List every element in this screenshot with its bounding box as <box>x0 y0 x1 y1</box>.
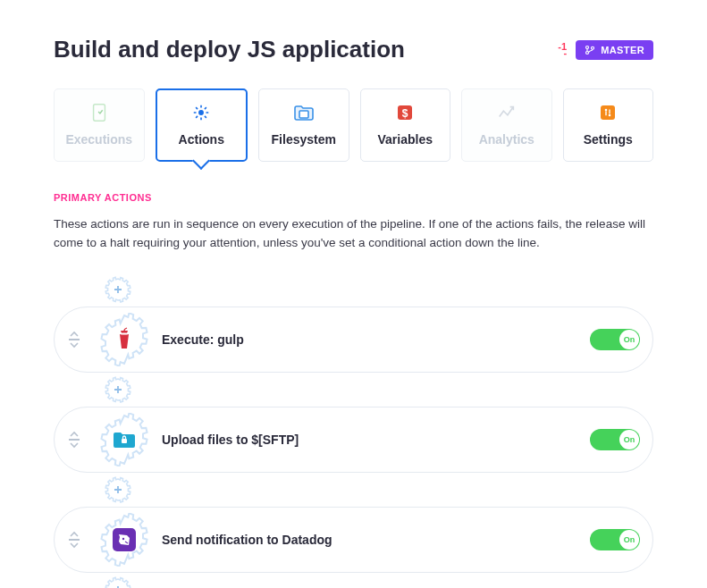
drag-handle[interactable] <box>62 527 87 552</box>
action-row[interactable]: Send notification to Datadog On <box>54 507 653 573</box>
svg-point-0 <box>586 46 589 48</box>
add-action-button[interactable] <box>104 275 132 304</box>
tab-label: Filesystem <box>259 132 349 147</box>
svg-point-13 <box>122 538 124 540</box>
action-row[interactable]: Upload files to $[SFTP] On <box>54 407 653 473</box>
drag-handle[interactable] <box>62 327 87 352</box>
tab-label: Executions <box>55 132 144 147</box>
toggle-label: On <box>619 330 639 349</box>
svg-rect-12 <box>122 439 127 443</box>
toggle-label: On <box>619 530 639 550</box>
tab-settings[interactable]: Settings <box>563 88 654 162</box>
tab-label: Actions <box>157 132 247 147</box>
tab-analytics[interactable]: Analytics <box>461 88 552 162</box>
tab-executions[interactable]: Executions <box>54 88 145 162</box>
page-title: Build and deploy JS application <box>54 36 405 63</box>
svg-rect-5 <box>299 111 308 118</box>
svg-point-11 <box>120 332 129 335</box>
actions-icon <box>157 102 247 123</box>
svg-point-9 <box>605 109 608 112</box>
toggle-label: On <box>619 430 639 449</box>
add-action-button[interactable] <box>104 375 132 404</box>
pipeline: Execute: gulp On <box>54 273 653 588</box>
gulp-icon <box>112 327 137 352</box>
add-action-button[interactable] <box>104 575 132 588</box>
action-toggle[interactable]: On <box>590 529 640 550</box>
action-toggle[interactable]: On <box>590 429 640 450</box>
tab-label: Settings <box>564 132 653 147</box>
action-row[interactable]: Execute: gulp On <box>54 307 653 373</box>
svg-text:$: $ <box>402 107 408 120</box>
settings-icon <box>564 102 653 123</box>
section-label: PRIMARY ACTIONS <box>54 192 653 203</box>
svg-rect-8 <box>601 105 615 120</box>
datadog-icon <box>113 528 136 551</box>
filesystem-icon <box>259 102 349 123</box>
change-count: -1- <box>558 44 567 55</box>
add-action-button[interactable] <box>104 475 132 504</box>
executions-icon <box>55 102 144 123</box>
tab-filesystem[interactable]: Filesystem <box>258 88 349 162</box>
branch-icon <box>585 45 595 55</box>
svg-point-2 <box>592 46 594 49</box>
branch-badge[interactable]: MASTER <box>576 40 653 60</box>
tab-variables[interactable]: $ Variables <box>360 88 451 162</box>
section-description: These actions are run in sequence on eve… <box>54 215 653 253</box>
tab-actions[interactable]: Actions <box>156 88 248 162</box>
variables-icon: $ <box>361 102 450 123</box>
svg-point-10 <box>609 114 611 117</box>
tab-label: Variables <box>361 132 450 147</box>
folder-lock-icon <box>112 427 137 452</box>
branch-label: MASTER <box>601 45 644 55</box>
tabs: Executions Actions Filesystem <box>54 88 653 162</box>
tab-label: Analytics <box>462 132 551 147</box>
action-toggle[interactable]: On <box>590 329 640 350</box>
svg-point-4 <box>198 110 204 115</box>
action-title: Execute: gulp <box>162 332 577 347</box>
analytics-icon <box>462 102 551 123</box>
action-title: Upload files to $[SFTP] <box>162 433 577 447</box>
drag-handle[interactable] <box>62 427 87 452</box>
action-title: Send notification to Datadog <box>162 533 577 547</box>
